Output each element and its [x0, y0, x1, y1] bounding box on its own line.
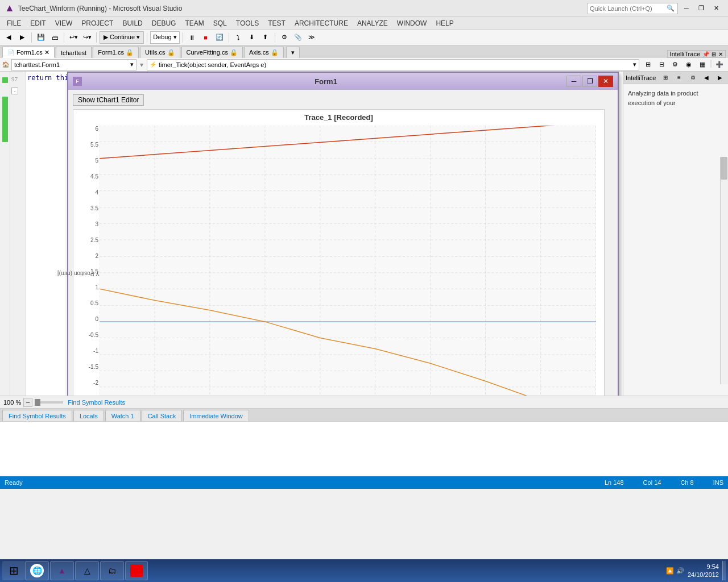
taskbar-btn-folder[interactable]: 🗂 [100, 561, 124, 580]
save-button[interactable]: 💾 [35, 31, 47, 44]
menu-edit[interactable]: EDIT [26, 18, 50, 28]
debug-options-button[interactable]: ⚙ [278, 31, 291, 44]
undo-button[interactable]: ↩▾ [67, 31, 80, 44]
intellitrace-tab-label[interactable]: IntelliTrace [670, 51, 700, 57]
quick-launch-input[interactable] [587, 3, 678, 14]
menu-file[interactable]: FILE [2, 18, 26, 28]
nav-fwd-button[interactable]: ▶ [16, 31, 28, 44]
restart-button[interactable]: 🔄 [213, 31, 226, 44]
tab-call-stack[interactable]: Call Stack [142, 410, 183, 421]
zoom-bar: 100 % ─ Find Symbol Results [0, 396, 728, 408]
menu-debug[interactable]: DEBUG [147, 18, 181, 28]
step-out-button[interactable]: ⬆ [259, 31, 272, 44]
continue-button[interactable]: ▶ Continue ▾ [100, 31, 144, 44]
right-panel-scrollbar[interactable] [720, 157, 728, 384]
locationbar: 🏠 tcharttest.Form1 ▾ ▾ ⚡ timer_Tick(obje… [0, 58, 728, 72]
tab-label-axiscs: Axis.cs 🔒 [249, 49, 279, 56]
tab-immediate[interactable]: Immediate Window [183, 410, 249, 421]
taskbar: ⊞ 🌐 ▲ △ 🗂 🔼 🔊 9:54 24/10/2012 [0, 559, 728, 582]
menu-build[interactable]: BUILD [118, 18, 147, 28]
more-debug-button[interactable]: ≫ [305, 31, 318, 44]
nav-icon-location: 🏠 [2, 61, 9, 68]
tab-form1cs[interactable]: 📄 Form1.cs ✕ [2, 47, 55, 58]
status-col: Col 14 [643, 479, 661, 486]
menu-view[interactable]: VIEW [51, 18, 77, 28]
tab-watch1[interactable]: Watch 1 [105, 410, 140, 421]
intellitrace-tab-close[interactable]: ✕ [718, 51, 723, 57]
y-axis-area: 6 5.5 5 4.5 4 3.5 3 2.5 2 1.5 1 0.5 0 -0… [73, 126, 100, 396]
line-num-2: - [11, 85, 24, 95]
menu-sql[interactable]: SQL [209, 18, 231, 28]
settings-button[interactable]: ⚙ [669, 59, 681, 71]
menu-test[interactable]: TEST [263, 18, 290, 28]
taskbar-btn-vs[interactable]: ▲ [50, 561, 74, 580]
redo-button[interactable]: ↪▾ [81, 31, 93, 44]
menu-analyze[interactable]: ANALYZE [353, 18, 392, 28]
add-btn[interactable]: ➕ [713, 59, 726, 71]
editor-btn2[interactable]: ▦ [696, 59, 709, 71]
tab-find-symbol[interactable]: Find Symbol Results [2, 410, 72, 421]
method-dropdown[interactable]: ⚡ timer_Tick(object sender, EventArgs e)… [147, 59, 639, 70]
class-dropdown[interactable]: tcharttest.Form1 ▾ [11, 59, 136, 70]
taskbar-btn-chrome[interactable]: 🌐 [25, 561, 49, 580]
show-editor-button[interactable]: Show tChart1 Editor [73, 94, 144, 106]
y-tick-n2: -2 [93, 380, 98, 386]
form1-minimize[interactable]: ─ [566, 76, 581, 87]
menu-project[interactable]: PROJECT [77, 18, 118, 28]
tab-utilscs[interactable]: Utils.cs 🔒 [140, 47, 180, 58]
tab-locals[interactable]: Locals [73, 410, 104, 421]
bottom-panel: Find Symbol Results Locals Watch 1 Call … [0, 408, 728, 476]
collapse-all-button[interactable]: ⊟ [655, 59, 668, 71]
tab-overflow[interactable]: ▾ [286, 47, 300, 58]
intellitrace-tab-undock[interactable]: ⊞ [712, 51, 716, 57]
nav-back-button[interactable]: ◀ [2, 31, 15, 44]
intellitrace-text-2: execution of your [628, 98, 723, 108]
left-sidebar [0, 72, 10, 396]
y-tick-1: 1 [95, 284, 98, 290]
taskbar-btn-up-arrow[interactable]: △ [75, 561, 99, 580]
attach-button[interactable]: 📎 [292, 31, 304, 44]
expand-all-button[interactable]: ⊞ [642, 59, 654, 71]
menu-team[interactable]: TEAM [180, 18, 208, 28]
tab-form1cs2[interactable]: Form1.cs 🔒 [93, 47, 139, 58]
tab-label-form1cs: Form1.cs ✕ [16, 49, 49, 56]
step-over-button[interactable]: ⤵ [232, 31, 245, 44]
intellitrace-list-btn[interactable]: ≡ [673, 73, 685, 83]
tab-axiscs[interactable]: Axis.cs 🔒 [244, 47, 284, 58]
scrollbar-thumb[interactable] [721, 157, 727, 180]
form1-titlebar: F Form1 ─ ❐ ✕ [68, 73, 618, 90]
form1-restore[interactable]: ❐ [582, 76, 597, 87]
show-desktop[interactable] [722, 561, 726, 580]
start-button[interactable]: ⊞ [2, 561, 25, 580]
collapse-marker-1[interactable]: - [11, 88, 18, 94]
intellitrace-next-btn[interactable]: ▶ [714, 73, 726, 83]
menu-architecture[interactable]: ARCHITECTURE [290, 18, 353, 28]
form1-icon: F [73, 77, 82, 86]
stop-button[interactable]: ■ [200, 31, 212, 44]
menu-tools[interactable]: TOOLS [231, 18, 263, 28]
zoom-level: 100 % [3, 399, 21, 406]
debug-dropdown[interactable]: Debug ▾ [150, 31, 179, 44]
tab-curvefittingcs[interactable]: CurveFitting.cs 🔒 [181, 47, 243, 58]
step-into-button[interactable]: ⬇ [246, 31, 258, 44]
form1-close[interactable]: ✕ [598, 76, 613, 87]
y-tick-35: 3.5 [90, 205, 98, 211]
menu-window[interactable]: WINDOW [392, 18, 432, 28]
minimize-button[interactable]: ─ [679, 3, 694, 14]
close-button[interactable]: ✕ [709, 3, 723, 14]
tabbar: 📄 Form1.cs ✕ tcharttest Form1.cs 🔒 Utils… [0, 45, 728, 58]
editor-btn1[interactable]: ◉ [682, 59, 695, 71]
breakpoint-button[interactable]: ⏸ [186, 31, 198, 44]
restore-button[interactable]: ❐ [694, 3, 709, 14]
intellitrace-settings-btn[interactable]: ⚙ [687, 73, 698, 83]
zoom-out-btn[interactable]: ─ [23, 398, 32, 407]
tab-tcharttest[interactable]: tcharttest [56, 47, 92, 58]
menu-help[interactable]: HELP [431, 18, 458, 28]
intellitrace-grid-btn[interactable]: ⊞ [660, 73, 671, 83]
save-all-button[interactable]: 🗃 [48, 31, 61, 44]
taskbar-btn-red[interactable] [125, 561, 148, 580]
find-symbol-results-label[interactable]: Find Symbol Results [68, 399, 125, 406]
zoom-slider-thumb[interactable] [35, 399, 40, 406]
intellitrace-tab-pin[interactable]: 📌 [702, 51, 709, 57]
intellitrace-prev-btn[interactable]: ◀ [701, 73, 712, 83]
